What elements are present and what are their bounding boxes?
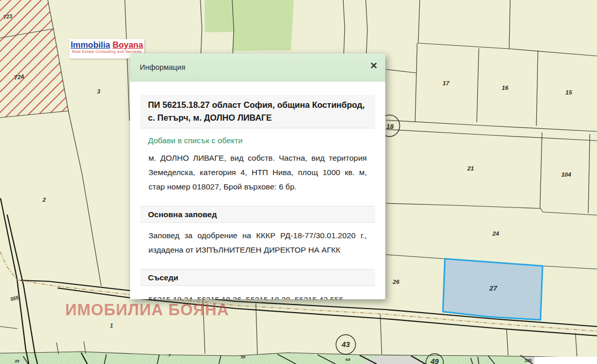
parcel-description: м. ДОЛНО ЛИВАГЕ, вид собств. Частна, вид…	[148, 151, 367, 194]
neighbors-text: 56215.18.24, 56215.18.26, 56215.18.28, 5…	[148, 293, 367, 299]
agency-watermark: ИМОБИЛИА БОЯНА	[65, 301, 229, 319]
section-header-neighbors: Съседи	[140, 269, 375, 286]
logo-name: Immobilia Boyana	[69, 40, 144, 49]
logo-name-part1: Immobilia	[70, 40, 110, 49]
main-order-text: Заповед за одобрение на КККР РД-18-77/30…	[148, 228, 367, 257]
highlighted-parcel-27[interactable]	[443, 259, 543, 320]
section-header-main-order: Основна заповед	[140, 206, 375, 223]
parcel-heading: ПИ 56215.18.27 област София, община Кост…	[140, 95, 375, 128]
logo-name-part2: Boyana	[113, 40, 143, 49]
close-icon[interactable]: ✕	[370, 61, 378, 70]
cadastral-map-app: 723 724 3 2 1 555 17 16 15 21 104 24 26 …	[0, 0, 597, 364]
popup-body: ПИ 56215.18.27 област София, община Кост…	[130, 82, 385, 299]
popup-title: Информация	[140, 63, 185, 71]
add-to-list-link[interactable]: Добави в списък с обекти	[148, 136, 367, 145]
blank-tile-corner	[534, 357, 597, 364]
popup-header: Информация ✕	[130, 53, 385, 82]
info-popup: Информация ✕ ПИ 56215.18.27 област София…	[130, 53, 385, 299]
